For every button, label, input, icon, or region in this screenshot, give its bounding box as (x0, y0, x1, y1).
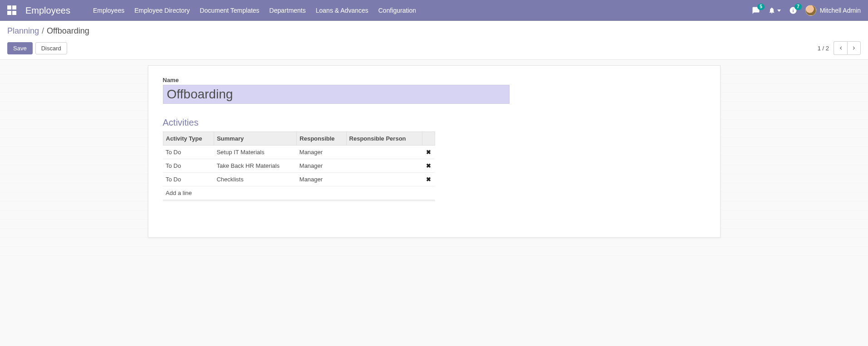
cell-summary[interactable]: Take Back HR Materials (214, 159, 296, 173)
pager-prev-button[interactable] (834, 41, 847, 55)
discard-button[interactable]: Discard (35, 42, 67, 54)
breadcrumb: Planning / Offboarding (7, 26, 861, 36)
table-row[interactable]: To DoTake Back HR MaterialsManager✖ (163, 159, 435, 173)
delete-row-icon[interactable]: ✖ (422, 146, 435, 159)
top-navbar: Employees Employees Employee Directory D… (0, 0, 868, 21)
activities-section-title: Activities (163, 117, 706, 128)
cell-responsible[interactable]: Manager (297, 146, 346, 159)
name-input[interactable] (163, 85, 510, 104)
activities-icon[interactable]: 7 (789, 6, 797, 15)
main-menu: Employees Employee Directory Document Te… (93, 7, 416, 14)
save-button[interactable]: Save (7, 42, 33, 54)
messages-icon[interactable]: 5 (752, 6, 760, 15)
cell-summary[interactable]: Setup IT Materials (214, 146, 296, 159)
menu-employees[interactable]: Employees (93, 7, 124, 14)
table-row[interactable]: To DoChecklistsManager✖ (163, 173, 435, 186)
delete-row-icon[interactable]: ✖ (422, 159, 435, 173)
pager-value[interactable]: 1 / 2 (818, 45, 829, 52)
cell-responsible[interactable]: Manager (297, 159, 346, 173)
cell-responsible-person[interactable] (346, 146, 422, 159)
user-name: Mitchell Admin (820, 7, 861, 14)
avatar (805, 5, 816, 16)
pager-next-button[interactable] (847, 41, 861, 55)
cell-responsible[interactable]: Manager (297, 173, 346, 186)
activities-badge: 7 (794, 4, 802, 10)
menu-loans-advances[interactable]: Loans & Advances (316, 7, 368, 14)
content-area: Name Activities Activity Type Summary Re… (0, 60, 868, 256)
menu-document-templates[interactable]: Document Templates (200, 7, 259, 14)
cell-activity-type[interactable]: To Do (163, 159, 214, 173)
breadcrumb-parent[interactable]: Planning (7, 26, 39, 36)
table-row[interactable]: To DoSetup IT MaterialsManager✖ (163, 146, 435, 159)
cell-responsible-person[interactable] (346, 173, 422, 186)
menu-departments[interactable]: Departments (270, 7, 306, 14)
delete-row-icon[interactable]: ✖ (422, 173, 435, 186)
user-menu[interactable]: Mitchell Admin (805, 5, 861, 16)
col-responsible-person[interactable]: Responsible Person (346, 132, 422, 146)
messages-badge: 5 (757, 4, 765, 10)
name-label: Name (163, 77, 706, 83)
menu-employee-directory[interactable]: Employee Directory (134, 7, 190, 14)
activities-table: Activity Type Summary Responsible Respon… (163, 132, 435, 200)
breadcrumb-separator: / (42, 26, 44, 36)
breadcrumb-current: Offboarding (47, 26, 89, 36)
form-sheet: Name Activities Activity Type Summary Re… (148, 65, 721, 238)
add-line-link[interactable]: Add a line (163, 186, 435, 200)
cell-activity-type[interactable]: To Do (163, 146, 214, 159)
cell-responsible-person[interactable] (346, 159, 422, 173)
chevron-left-icon (838, 45, 843, 51)
col-activity-type[interactable]: Activity Type (163, 132, 214, 146)
apps-icon[interactable] (7, 5, 17, 15)
col-trash (422, 132, 435, 146)
notifications-icon[interactable] (768, 7, 781, 14)
col-summary[interactable]: Summary (214, 132, 296, 146)
col-responsible[interactable]: Responsible (297, 132, 346, 146)
menu-configuration[interactable]: Configuration (378, 7, 416, 14)
cell-activity-type[interactable]: To Do (163, 173, 214, 186)
control-panel: Planning / Offboarding Save Discard 1 / … (0, 21, 868, 60)
cell-summary[interactable]: Checklists (214, 173, 296, 186)
chevron-right-icon (851, 45, 857, 51)
app-brand[interactable]: Employees (25, 5, 70, 16)
